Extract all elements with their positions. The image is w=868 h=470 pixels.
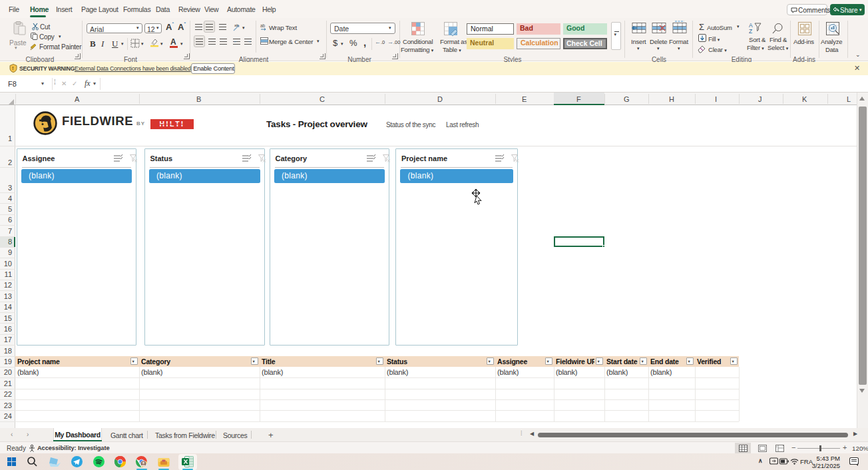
svg-text:ab: ab xyxy=(234,23,239,27)
svg-text:ab: ab xyxy=(260,23,266,28)
svg-text:Z: Z xyxy=(749,28,752,35)
svg-text:!: ! xyxy=(12,65,14,71)
